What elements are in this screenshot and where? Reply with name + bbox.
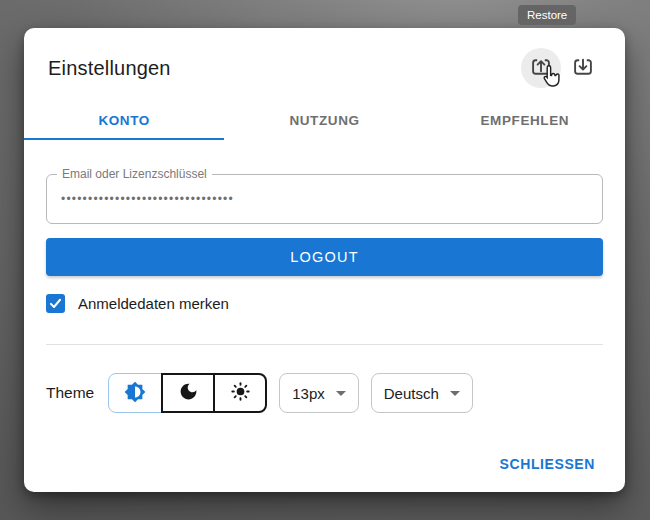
remember-credentials-row[interactable]: Anmeldedaten merken (46, 294, 603, 313)
settings-dialog: Einstellungen KONTO (24, 28, 625, 492)
license-field-label: Email oder Lizenzschlüssel (57, 167, 212, 181)
restore-upload-icon (529, 55, 553, 82)
logout-button[interactable]: LOGOUT (46, 238, 603, 276)
section-divider (46, 344, 603, 345)
chevron-down-icon (336, 391, 346, 396)
export-settings-button[interactable] (563, 48, 603, 88)
license-field-wrapper: Email oder Lizenzschlüssel (46, 174, 603, 224)
theme-label: Theme (46, 384, 94, 402)
settings-tabs: KONTO NUTZUNG EMPFEHLEN (24, 100, 625, 140)
dialog-footer: SCHLIESSEN (492, 450, 603, 478)
theme-light-button[interactable] (213, 373, 267, 413)
dialog-header: Einstellungen (24, 28, 625, 88)
checkmark-icon (48, 296, 63, 311)
theme-auto-button[interactable] (108, 373, 162, 413)
active-tab-indicator (24, 138, 224, 140)
chevron-down-icon (450, 391, 460, 396)
language-select[interactable]: Deutsch (371, 373, 473, 413)
tab-nutzung[interactable]: NUTZUNG (224, 100, 424, 140)
theme-segmented-control (108, 373, 267, 413)
restore-tooltip: Restore (518, 5, 576, 25)
font-size-value: 13px (292, 385, 325, 402)
sun-icon (230, 381, 251, 405)
restore-settings-button[interactable] (521, 48, 561, 88)
remember-checkbox[interactable] (46, 294, 65, 313)
tab-empfehlen[interactable]: EMPFEHLEN (425, 100, 625, 140)
language-value: Deutsch (384, 385, 439, 402)
download-icon (571, 55, 595, 82)
dialog-title: Einstellungen (48, 57, 171, 80)
moon-icon (178, 381, 199, 405)
close-dialog-button[interactable]: SCHLIESSEN (492, 450, 603, 478)
font-size-select[interactable]: 13px (279, 373, 359, 413)
brightness-auto-icon (124, 381, 146, 406)
theme-dark-button[interactable] (161, 373, 215, 413)
tab-konto[interactable]: KONTO (24, 100, 224, 140)
theme-row: Theme (46, 373, 603, 413)
header-icon-buttons (521, 48, 603, 88)
remember-checkbox-label: Anmeldedaten merken (78, 295, 229, 312)
license-input[interactable] (47, 175, 602, 223)
